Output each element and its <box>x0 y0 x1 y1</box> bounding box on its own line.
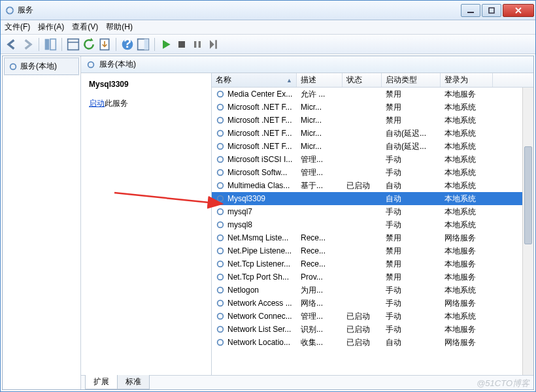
cell-startup: 自动(延迟... <box>382 140 441 154</box>
back-button[interactable] <box>5 37 19 52</box>
tab-standard[interactable]: 标准 <box>117 375 150 389</box>
cell-name: Multimedia Clas... <box>212 180 297 191</box>
service-icon <box>216 116 225 125</box>
refresh-button[interactable] <box>82 37 96 52</box>
cell-status: 已启动 <box>343 179 382 193</box>
service-row[interactable]: Net.Tcp Listener...Rece...禁用本地服务 <box>212 257 533 270</box>
cell-name: Microsoft .NET F... <box>212 140 297 152</box>
cell-logon: 本地系统 <box>441 127 493 140</box>
cell-logon: 本地系统 <box>441 140 493 154</box>
minimize-button[interactable] <box>461 4 480 17</box>
cell-startup: 自动 <box>382 179 441 193</box>
start-service-button[interactable] <box>159 37 173 52</box>
service-row[interactable]: Network List Ser...识别...已启动手动本地服务 <box>212 323 533 336</box>
service-row[interactable]: mysql7手动本地系统 <box>212 205 533 218</box>
cell-startup: 自动(延迟... <box>382 127 441 140</box>
maximize-button[interactable] <box>482 4 501 17</box>
service-row[interactable]: Net.Tcp Port Sh...Prov...禁用本地服务 <box>212 270 533 284</box>
svg-point-17 <box>88 61 94 67</box>
cell-status <box>343 289 382 291</box>
menu-help[interactable]: 帮助(H) <box>106 22 133 33</box>
tree-root-item[interactable]: 服务(本地) <box>4 57 79 75</box>
service-row[interactable]: Network Access ...网络...手动网络服务 <box>212 297 533 310</box>
cell-logon: 网络服务 <box>441 336 493 350</box>
svg-rect-14 <box>199 41 201 48</box>
cell-logon: 本地服务 <box>441 257 493 271</box>
scrollbar-thumb[interactable] <box>524 146 532 244</box>
svg-rect-4 <box>50 39 56 50</box>
column-logon[interactable]: 登录为 <box>441 73 493 87</box>
service-row[interactable]: Microsoft .NET F...Micr...禁用本地系统 <box>212 114 533 127</box>
service-row[interactable]: Microsoft iSCSI I...管理...手动本地系统 <box>212 153 533 166</box>
svg-point-35 <box>218 314 224 319</box>
menu-file[interactable]: 文件(F) <box>5 22 30 33</box>
cell-name: Network List Ser... <box>212 323 297 335</box>
tab-strip: 扩展 标准 <box>81 375 533 389</box>
column-startup[interactable]: 启动类型 <box>382 73 441 87</box>
vertical-scrollbar[interactable] <box>522 88 533 375</box>
service-row[interactable]: Mysql3309自动本地系统 <box>212 192 533 205</box>
stop-service-button[interactable] <box>175 37 189 52</box>
cell-name: Net.Tcp Listener... <box>212 258 297 270</box>
svg-point-20 <box>218 118 224 123</box>
svg-rect-11 <box>144 39 149 50</box>
cell-startup: 禁用 <box>382 101 441 114</box>
service-row[interactable]: Net.Msmq Liste...Rece...禁用网络服务 <box>212 231 533 244</box>
cell-logon: 本地系统 <box>441 179 493 193</box>
menu-action[interactable]: 操作(A) <box>38 22 64 33</box>
service-row[interactable]: Network Locatio...收集...已启动自动网络服务 <box>212 336 533 349</box>
tab-extended[interactable]: 扩展 <box>85 375 118 389</box>
show-hide-tree-button[interactable] <box>43 37 58 52</box>
service-rows[interactable]: Media Center Ex...允许 ...禁用本地服务Microsoft … <box>212 88 533 375</box>
svg-point-23 <box>218 157 224 163</box>
restart-service-button[interactable] <box>206 37 220 52</box>
column-desc[interactable]: 描述 <box>297 73 343 87</box>
cell-desc: Micr... <box>297 127 343 139</box>
column-name[interactable]: 名称▲ <box>212 73 297 87</box>
cell-startup: 禁用 <box>382 244 441 258</box>
cell-name: Netlogon <box>212 284 297 296</box>
svg-point-34 <box>218 301 224 306</box>
show-hide-action-button[interactable] <box>136 37 150 52</box>
service-row[interactable]: Microsoft .NET F...Micr...自动(延迟...本地系统 <box>212 140 533 153</box>
service-row[interactable]: Network Connec...管理...已启动手动本地系统 <box>212 310 533 323</box>
services-icon <box>5 5 15 16</box>
cell-desc <box>297 223 343 226</box>
service-row[interactable]: Net.Pipe Listene...Rece...禁用本地服务 <box>212 244 533 257</box>
cell-startup: 禁用 <box>382 114 441 127</box>
service-icon <box>216 272 225 282</box>
service-name: Mysql3309 <box>89 80 203 89</box>
svg-point-22 <box>218 144 224 150</box>
help-button[interactable]: ? <box>120 37 135 52</box>
cell-startup: 手动 <box>382 218 441 232</box>
column-headers: 名称▲ 描述 状态 启动类型 登录为 <box>212 73 533 88</box>
forward-button[interactable] <box>20 37 35 52</box>
titlebar[interactable]: 服务 <box>1 1 535 20</box>
tree-pane[interactable]: 服务(本地) <box>3 56 81 389</box>
svg-point-24 <box>218 170 224 176</box>
cell-status <box>343 223 382 226</box>
menu-view[interactable]: 查看(V) <box>72 22 98 33</box>
cell-startup: 自动 <box>382 336 441 350</box>
export-button[interactable] <box>97 37 112 52</box>
service-icon <box>216 103 225 112</box>
column-status[interactable]: 状态 <box>343 73 382 87</box>
service-row[interactable]: Multimedia Clas...基于...已启动自动本地系统 <box>212 179 533 192</box>
pause-service-button[interactable] <box>190 37 205 52</box>
properties-button[interactable] <box>66 37 80 52</box>
service-row[interactable]: mysql8手动本地系统 <box>212 218 533 231</box>
service-row[interactable]: Microsoft .NET F...Micr...禁用本地系统 <box>212 101 533 114</box>
cell-status <box>343 93 382 95</box>
service-row[interactable]: Microsoft .NET F...Micr...自动(延迟...本地系统 <box>212 127 533 140</box>
cell-status <box>343 197 382 200</box>
svg-point-29 <box>218 235 224 241</box>
service-row[interactable]: Microsoft Softw...管理...手动本地系统 <box>212 166 533 179</box>
close-button[interactable] <box>503 4 534 17</box>
service-row[interactable]: Media Center Ex...允许 ...禁用本地服务 <box>212 88 533 101</box>
cell-logon: 本地服务 <box>441 323 493 336</box>
cell-desc: Prov... <box>297 271 343 283</box>
service-row[interactable]: Netlogon为用...手动本地系统 <box>212 284 533 297</box>
start-link[interactable]: 启动 <box>89 99 105 108</box>
cell-desc: Rece... <box>297 232 343 244</box>
cell-status <box>343 158 382 161</box>
